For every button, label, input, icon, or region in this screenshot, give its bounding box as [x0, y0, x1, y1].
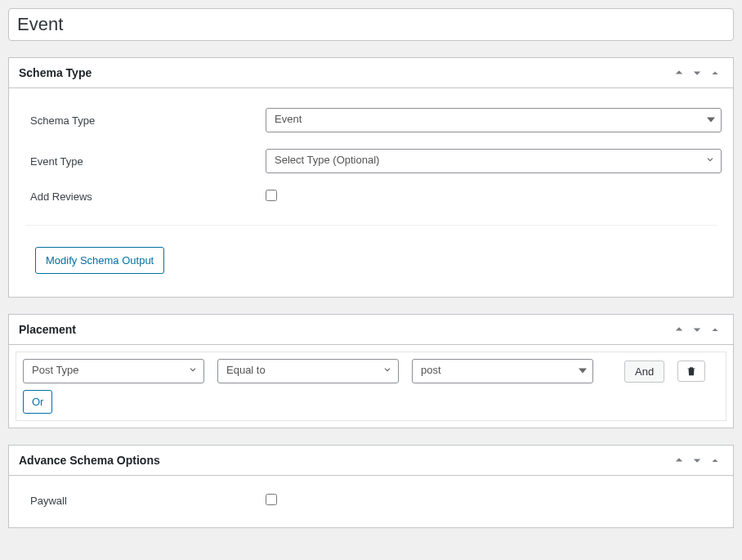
panel-header: Placement [9, 315, 733, 345]
toggle-panel-icon[interactable] [707, 453, 723, 468]
panel-handle-actions [671, 65, 723, 80]
panel-title[interactable]: Schema Type [19, 58, 92, 87]
event-type-label: Event Type [20, 155, 266, 168]
placement-operator-select[interactable]: Equal to [217, 359, 399, 383]
move-up-icon[interactable] [671, 322, 687, 337]
schema-type-panel: Schema Type Schema Type Event [8, 57, 734, 298]
paywall-label: Paywall [20, 495, 266, 507]
move-down-icon[interactable] [689, 65, 705, 80]
panel-title[interactable]: Placement [19, 315, 76, 344]
schema-type-label: Schema Type [20, 114, 266, 127]
panel-body: Post Type Equal to [9, 345, 733, 428]
panel-handle-actions [671, 322, 723, 337]
move-down-icon[interactable] [689, 322, 705, 337]
and-button[interactable]: And [624, 361, 664, 383]
panel-body: Schema Type Event Event Type Select Type… [9, 108, 733, 297]
placement-panel: Placement Post Type [8, 314, 734, 428]
toggle-panel-icon[interactable] [707, 65, 723, 80]
toggle-panel-icon[interactable] [707, 322, 723, 337]
post-title-input[interactable] [8, 8, 734, 41]
schema-type-select[interactable]: Event [266, 108, 722, 132]
or-button[interactable]: Or [23, 390, 52, 414]
paywall-checkbox[interactable] [266, 494, 277, 505]
advance-options-panel: Advance Schema Options Paywall [8, 445, 734, 528]
divider [25, 225, 717, 226]
placement-field-select[interactable]: Post Type [23, 359, 204, 383]
move-up-icon[interactable] [671, 65, 687, 80]
event-type-select[interactable]: Select Type (Optional) [266, 149, 722, 173]
add-reviews-checkbox[interactable] [266, 190, 277, 201]
panel-header: Schema Type [9, 58, 733, 88]
panel-header: Advance Schema Options [9, 446, 733, 476]
panel-title[interactable]: Advance Schema Options [19, 446, 160, 475]
move-up-icon[interactable] [671, 453, 687, 468]
placement-value-select[interactable]: post [412, 359, 593, 383]
add-reviews-label: Add Reviews [20, 190, 266, 203]
panel-body: Paywall [9, 494, 733, 527]
move-down-icon[interactable] [689, 453, 705, 468]
trash-icon [686, 365, 697, 377]
panel-handle-actions [671, 453, 723, 468]
delete-rule-button[interactable] [677, 361, 705, 382]
modify-schema-output-button[interactable]: Modify Schema Output [35, 247, 164, 274]
